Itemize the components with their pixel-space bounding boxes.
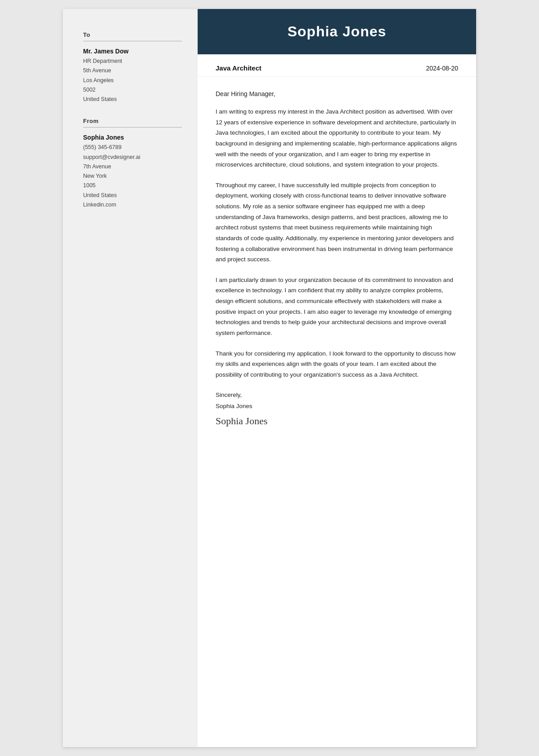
recipient-department: HR Department [83, 57, 182, 66]
recipient-details: HR Department 5th Avenue Los Angeles 500… [83, 57, 182, 104]
sender-country: United States [83, 191, 182, 200]
recipient-name: Mr. James Dow [83, 48, 182, 55]
sender-city: New York [83, 171, 182, 181]
paragraph-2: Throughout my career, I have successfull… [216, 180, 458, 265]
header-banner: Sophia Jones [198, 9, 476, 54]
from-section: From Sophia Jones (555) 345-6789 support… [83, 118, 182, 210]
to-label: To [83, 31, 182, 38]
from-label: From [83, 118, 182, 124]
sender-details: (555) 345-6789 support@cvdesigner.ai 7th… [83, 143, 182, 210]
recipient-country: United States [83, 95, 182, 104]
signature: Sophia Jones [216, 415, 458, 427]
paragraph-3: I am particularly drawn to your organiza… [216, 275, 458, 338]
sender-email: support@cvdesigner.ai [83, 153, 182, 162]
letter-meta: Java Architect 2024-08-20 [198, 54, 476, 77]
page: To Mr. James Dow HR Department 5th Avenu… [63, 9, 476, 747]
closing-block: Sincerely, Sophia Jones [216, 390, 458, 412]
recipient-street: 5th Avenue [83, 66, 182, 75]
main-content: Sophia Jones Java Architect 2024-08-20 D… [198, 9, 476, 747]
sender-name: Sophia Jones [83, 134, 182, 141]
paragraph-4: Thank you for considering my application… [216, 348, 458, 380]
sender-street: 7th Avenue [83, 162, 182, 171]
paragraph-1: I am writing to express my interest in t… [216, 106, 458, 170]
closing-text: Sincerely, [216, 390, 458, 400]
sidebar: To Mr. James Dow HR Department 5th Avenu… [63, 9, 198, 747]
sender-zip: 1005 [83, 181, 182, 190]
header-name: Sophia Jones [211, 23, 463, 40]
sender-phone: (555) 345-6789 [83, 143, 182, 152]
recipient-city: Los Angeles [83, 76, 182, 85]
sender-linkedin: Linkedin.com [83, 200, 182, 210]
to-section: To Mr. James Dow HR Department 5th Avenu… [83, 31, 182, 104]
letter-body: Dear Hiring Manager, I am writing to exp… [198, 86, 476, 427]
letter-job-title: Java Architect [216, 64, 261, 72]
closing-name: Sophia Jones [216, 401, 458, 412]
recipient-zip: 5002 [83, 85, 182, 95]
salutation: Dear Hiring Manager, [216, 90, 458, 97]
to-divider [83, 41, 182, 41]
letter-date: 2024-08-20 [426, 65, 458, 72]
from-divider [83, 127, 182, 127]
